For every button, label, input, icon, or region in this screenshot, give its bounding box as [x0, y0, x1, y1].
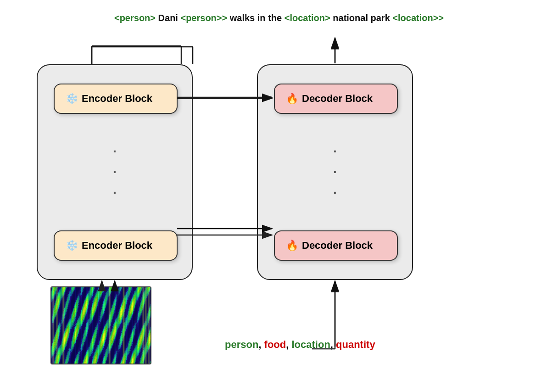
decoder-block-bottom-label: Decoder Block [302, 240, 373, 252]
spectrogram [50, 286, 151, 364]
output-national-park: national park [333, 13, 392, 23]
entity-tags: person, food, location, quantity [225, 339, 375, 351]
encoder-container: ❄️ Encoder Block ··· ❄️ Encoder Block [37, 64, 193, 280]
snowflake-icon-top: ❄️ [66, 93, 78, 105]
entity-person: person [225, 339, 258, 350]
decoder-block-bottom: 🔥 Decoder Block [274, 230, 398, 261]
decoder-dots: ··· [333, 141, 337, 203]
snowflake-icon-bottom: ❄️ [66, 240, 78, 252]
output-close-location: <location>> [392, 13, 444, 23]
comma-1: , [258, 339, 264, 350]
comma-3: , [330, 339, 336, 350]
entity-food: food [264, 339, 286, 350]
output-walks: walks in the [230, 13, 285, 23]
encoder-dots: ··· [113, 141, 117, 203]
fire-icon-bottom: 🔥 [286, 240, 298, 252]
encoder-block-top-label: Encoder Block [82, 93, 152, 105]
output-dani: Dani [158, 13, 181, 23]
output-open-location: <location> [285, 13, 330, 23]
decoder-block-top-label: Decoder Block [302, 93, 373, 105]
decoder-container: 🔥 Decoder Block ··· 🔥 Decoder Block [257, 64, 413, 280]
output-open-person: <person> [114, 13, 156, 23]
encoder-block-top: ❄️ Encoder Block [54, 84, 178, 114]
diagram: <person> Dani <person>> walks in the <lo… [0, 0, 558, 392]
spectrogram-canvas [51, 287, 151, 364]
output-close-person: <person>> [180, 13, 227, 23]
decoder-block-top: 🔥 Decoder Block [274, 84, 398, 114]
fire-icon-top: 🔥 [286, 93, 298, 105]
encoder-block-bottom-label: Encoder Block [82, 240, 152, 252]
entity-quantity: quantity [336, 339, 375, 350]
entity-location: location [291, 339, 330, 350]
encoder-block-bottom: ❄️ Encoder Block [54, 230, 178, 261]
output-text: <person> Dani <person>> walks in the <lo… [114, 13, 444, 23]
comma-2: , [286, 339, 291, 350]
